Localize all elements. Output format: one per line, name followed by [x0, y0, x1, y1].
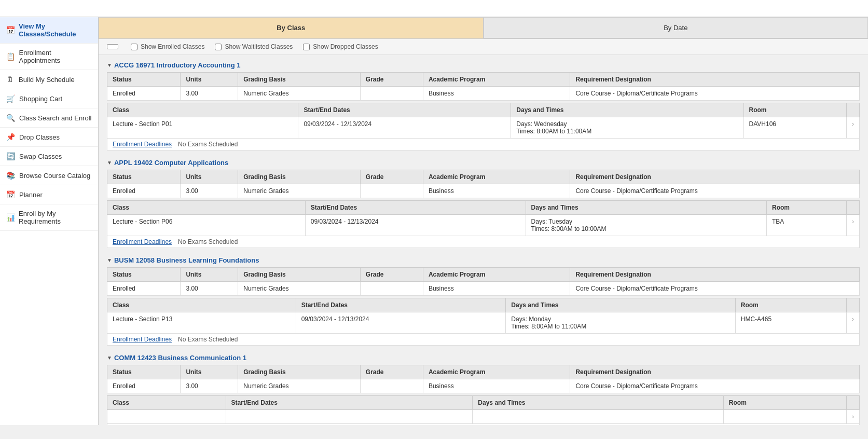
class-table: Class Start/End Dates Days and Times Roo…: [107, 298, 860, 334]
days-times-value: Days: TuesdayTimes: 8:00AM to 10:00AM: [526, 215, 766, 236]
status-row: Enrolled 3.00 Numeric Grades Business Co…: [107, 87, 860, 101]
status-row: Enrolled 3.00 Numeric Grades Business Co…: [107, 184, 860, 198]
view-my-classes-icon: 📅: [6, 26, 15, 34]
program-col-header: Academic Program: [423, 170, 570, 184]
grade-value: [360, 282, 423, 296]
sidebar-item-label: Class Search and Enroll: [19, 114, 91, 122]
page-term: [7, 5, 861, 12]
course-section-busm: ▼ BUSM 12058 Business Learning Foundatio…: [99, 256, 868, 346]
class-table: Class Start/End Dates Days and Times Roo…: [107, 395, 860, 424]
sidebar-item-label: View My Classes/Schedule: [19, 22, 92, 38]
row-chevron-icon[interactable]: ›: [847, 215, 860, 236]
tabs-bar: By ClassBy Date: [99, 17, 868, 39]
program-col-header: Academic Program: [423, 73, 570, 87]
status-col-header: Status: [107, 365, 181, 379]
dates-value: 09/03/2024 - 12/13/2024: [298, 117, 511, 139]
print-button[interactable]: [107, 44, 118, 49]
chevron-down-icon: ▼: [107, 62, 112, 68]
days-col-header: Days and Times: [526, 201, 766, 215]
room-value: [723, 410, 846, 424]
tab-by-class[interactable]: By Class: [99, 17, 484, 38]
units-col-header: Units: [181, 365, 238, 379]
toolbar: Show Enrolled ClassesShow Waitlisted Cla…: [99, 39, 868, 55]
course-section-accg: ▼ ACCG 16971 Introductory Accounting 1 S…: [99, 61, 868, 150]
class-col-header: Class: [107, 103, 298, 117]
enrollment-deadlines-link[interactable]: Enrollment Deadlines: [113, 238, 172, 245]
grade-col-header: Grade: [360, 365, 423, 379]
chevron-down-icon: ▼: [107, 355, 112, 361]
sidebar-item-label: Planner: [19, 191, 43, 199]
requirement-col-header: Requirement Designation: [570, 365, 860, 379]
class-col-header: Class: [107, 298, 296, 312]
grade-value: [360, 87, 423, 101]
enrollment-footer: Enrollment Deadlines No Exams Scheduled: [107, 424, 860, 425]
sidebar-item-drop-classes[interactable]: 📌Drop Classes: [0, 128, 98, 147]
requirement-value: Core Course - Diploma/Certificate Progra…: [570, 379, 860, 393]
units-value: 3.00: [181, 282, 238, 296]
requirement-col-header: Requirement Designation: [570, 268, 860, 282]
sidebar-item-view-my-classes[interactable]: 📅View My Classes/Schedule: [0, 17, 98, 44]
days-col-header: Days and Times: [506, 298, 735, 312]
class-name: Lecture - Section P06: [107, 215, 306, 236]
program-value: Business: [423, 282, 570, 296]
row-chevron-icon[interactable]: ›: [847, 312, 860, 334]
tab-by-date[interactable]: By Date: [484, 17, 869, 38]
program-value: Business: [423, 184, 570, 198]
course-title-comm: ▼ COMM 12423 Business Communication 1 St…: [107, 354, 860, 425]
enrollment-deadlines-link[interactable]: Enrollment Deadlines: [113, 141, 172, 148]
sidebar-item-label: Shopping Cart: [19, 95, 62, 103]
requirement-value: Core Course - Diploma/Certificate Progra…: [570, 87, 860, 101]
row-chevron-icon[interactable]: ›: [847, 117, 860, 139]
checkbox-show-dropped[interactable]: Show Dropped Classes: [303, 43, 378, 50]
sidebar-item-build-my-schedule[interactable]: 🗓Build My Schedule: [0, 70, 98, 89]
class-row[interactable]: Lecture - Section P06 09/03/2024 - 12/13…: [107, 215, 860, 236]
grading-value: Numeric Grades: [238, 87, 361, 101]
days-col-header: Days and Times: [511, 103, 743, 117]
status-value: Enrolled: [107, 184, 181, 198]
class-row[interactable]: Lecture - Section P13 09/03/2024 - 12/13…: [107, 312, 860, 334]
no-exams-text: No Exams Scheduled: [178, 336, 238, 343]
sidebar-item-swap-classes[interactable]: 🔄Swap Classes: [0, 147, 98, 166]
requirement-col-header: Requirement Designation: [570, 170, 860, 184]
show-enrolled-checkbox[interactable]: [131, 44, 137, 50]
days-times-value: Days: MondayTimes: 8:00AM to 11:00AM: [506, 312, 735, 334]
class-row[interactable]: Lecture - Section P01 09/03/2024 - 12/13…: [107, 117, 860, 139]
sidebar-item-shopping-cart[interactable]: 🛒Shopping Cart: [0, 89, 98, 108]
class-col-header: Class: [107, 396, 226, 410]
status-table: Status Units Grading Basis Grade Academi…: [107, 365, 860, 393]
program-value: Business: [423, 379, 570, 393]
no-exams-text: No Exams Scheduled: [178, 238, 238, 245]
units-col-header: Units: [181, 73, 238, 87]
row-chevron-icon[interactable]: ›: [847, 410, 860, 424]
drop-classes-icon: 📌: [6, 133, 15, 141]
sidebar-item-label: Enroll by My Requirements: [19, 210, 92, 225]
days-times-value: Days: WednesdayTimes: 8:00AM to 11:00AM: [511, 117, 743, 139]
show-waitlisted-checkbox[interactable]: [215, 44, 222, 50]
status-table: Status Units Grading Basis Grade Academi…: [107, 267, 860, 296]
sidebar-item-browse-course-catalog[interactable]: 📚Browse Course Catalog: [0, 166, 98, 185]
sidebar-item-enrollment-appointments[interactable]: 📋Enrollment Appointments: [0, 44, 98, 70]
units-value: 3.00: [181, 87, 238, 101]
dates-value: [226, 410, 473, 424]
status-value: Enrolled: [107, 87, 181, 101]
sidebar-item-class-search-enroll[interactable]: 🔍Class Search and Enroll: [0, 108, 98, 128]
requirement-value: Core Course - Diploma/Certificate Progra…: [570, 282, 860, 296]
chevron-col-header: [847, 201, 860, 215]
startend-col-header: Start/End Dates: [298, 103, 511, 117]
sidebar-item-enroll-by-requirements[interactable]: 📊Enroll by My Requirements: [0, 204, 98, 231]
status-table: Status Units Grading Basis Grade Academi…: [107, 72, 860, 101]
class-row[interactable]: ›: [107, 410, 860, 424]
show-dropped-checkbox[interactable]: [303, 44, 310, 50]
checkbox-show-waitlisted[interactable]: Show Waitlisted Classes: [215, 43, 293, 50]
enroll-by-requirements-icon: 📊: [6, 213, 15, 222]
units-col-header: Units: [181, 268, 238, 282]
grading-col-header: Grading Basis: [238, 365, 361, 379]
grading-col-header: Grading Basis: [238, 73, 361, 87]
sidebar-item-label: Build My Schedule: [19, 76, 75, 84]
checkbox-show-enrolled[interactable]: Show Enrolled Classes: [131, 43, 204, 50]
sidebar-item-planner[interactable]: 📅Planner: [0, 185, 98, 204]
grading-value: Numeric Grades: [238, 184, 361, 198]
enrollment-deadlines-link[interactable]: Enrollment Deadlines: [113, 336, 172, 343]
room-col-header: Room: [767, 201, 847, 215]
sidebar-item-label: Browse Course Catalog: [19, 172, 90, 180]
